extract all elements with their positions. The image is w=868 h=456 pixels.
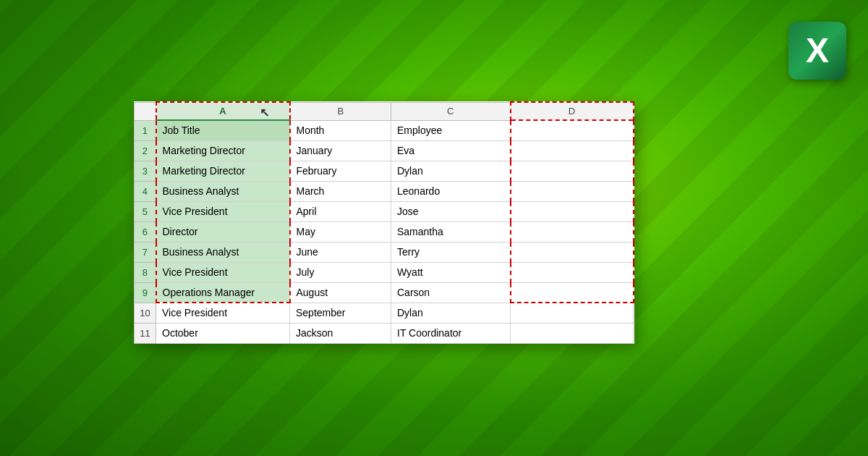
row-number: 4 xyxy=(135,181,156,201)
cell-c-8[interactable]: Wyatt xyxy=(391,262,511,282)
cell-b-11[interactable]: Jackson xyxy=(290,323,391,343)
table-row[interactable]: 2Marketing DirectorJanuaryEva xyxy=(135,140,634,161)
table-row[interactable]: 7Business AnalystJuneTerry xyxy=(135,242,634,262)
table-row[interactable]: 1Job TitleMonthEmployee xyxy=(135,120,634,140)
excel-icon xyxy=(788,22,846,80)
row-number: 7 xyxy=(135,242,156,262)
col-header-a[interactable]: A ↖ xyxy=(156,102,290,120)
cell-a-9[interactable]: Operations Manager xyxy=(156,282,290,303)
cell-d-2[interactable] xyxy=(511,140,634,161)
table-row[interactable]: 5Vice PresidentAprilJose xyxy=(135,201,634,221)
col-header-c[interactable]: C xyxy=(391,102,511,120)
table-row[interactable]: 11OctoberJacksonIT Coordinator xyxy=(135,323,634,343)
col-header-b[interactable]: B xyxy=(290,102,391,120)
cell-d-7[interactable] xyxy=(511,242,634,262)
row-number: 6 xyxy=(135,221,156,242)
cell-a-7[interactable]: Business Analyst xyxy=(156,242,290,262)
cell-a-3[interactable]: Marketing Director xyxy=(156,161,290,181)
cell-b-10[interactable]: September xyxy=(290,303,391,323)
cell-b-9[interactable]: August xyxy=(290,282,391,303)
row-number: 11 xyxy=(135,323,156,343)
cell-a-10[interactable]: Vice President xyxy=(156,303,290,323)
row-number: 5 xyxy=(135,201,156,221)
cell-c-9[interactable]: Carson xyxy=(391,282,511,303)
table-row[interactable]: 3Marketing DirectorFebruaryDylan xyxy=(135,161,634,181)
row-number: 1 xyxy=(135,120,156,140)
cell-c-3[interactable]: Dylan xyxy=(391,161,511,181)
cell-d-4[interactable] xyxy=(511,181,634,201)
table-row[interactable]: 10Vice PresidentSeptemberDylan xyxy=(135,303,634,323)
row-number: 3 xyxy=(135,161,156,181)
col-header-d[interactable]: D xyxy=(511,102,634,120)
cell-c-7[interactable]: Terry xyxy=(391,242,511,262)
cell-d-5[interactable] xyxy=(511,201,634,221)
cell-b-4[interactable]: March xyxy=(290,181,391,201)
cell-a-2[interactable]: Marketing Director xyxy=(156,140,290,161)
row-number: 9 xyxy=(135,282,156,303)
cell-a-5[interactable]: Vice President xyxy=(156,201,290,221)
cell-d-11[interactable] xyxy=(511,323,634,343)
cell-a-11[interactable]: October xyxy=(156,323,290,343)
table-row[interactable]: 6DirectorMaySamantha xyxy=(135,221,634,242)
cell-c-5[interactable]: Jose xyxy=(391,201,511,221)
cell-d-1[interactable] xyxy=(511,120,634,140)
cell-d-8[interactable] xyxy=(511,262,634,282)
cell-a-6[interactable]: Director xyxy=(156,221,290,242)
cell-d-3[interactable] xyxy=(511,161,634,181)
row-number: 10 xyxy=(135,303,156,323)
cell-b-8[interactable]: July xyxy=(290,262,391,282)
excel-logo xyxy=(788,22,846,80)
cell-d-10[interactable] xyxy=(511,303,634,323)
cell-a-4[interactable]: Business Analyst xyxy=(156,181,290,201)
cell-c-2[interactable]: Eva xyxy=(391,140,511,161)
row-number: 8 xyxy=(135,262,156,282)
cell-b-3[interactable]: February xyxy=(290,161,391,181)
corner-cell xyxy=(135,102,156,120)
row-number: 2 xyxy=(135,140,156,161)
cell-b-7[interactable]: June xyxy=(290,242,391,262)
cell-a-1[interactable]: Job Title xyxy=(156,120,290,140)
table-row[interactable]: 4Business AnalystMarchLeonardo xyxy=(135,181,634,201)
cell-c-1[interactable]: Employee xyxy=(391,120,511,140)
cell-c-10[interactable]: Dylan xyxy=(391,303,511,323)
cell-c-6[interactable]: Samantha xyxy=(391,221,511,242)
cell-c-4[interactable]: Leonardo xyxy=(391,181,511,201)
cell-b-2[interactable]: January xyxy=(290,140,391,161)
cell-d-6[interactable] xyxy=(511,221,634,242)
cell-b-1[interactable]: Month xyxy=(290,120,391,140)
cell-d-9[interactable] xyxy=(511,282,634,303)
cell-a-8[interactable]: Vice President xyxy=(156,262,290,282)
spreadsheet: A ↖ B C D 1Job TitleMonthEmployee2Market… xyxy=(134,101,634,344)
cell-b-6[interactable]: May xyxy=(290,221,391,242)
cell-c-11[interactable]: IT Coordinator xyxy=(391,323,511,343)
cell-b-5[interactable]: April xyxy=(290,201,391,221)
table-row[interactable]: 8Vice PresidentJulyWyatt xyxy=(135,262,634,282)
table-row[interactable]: 9Operations ManagerAugustCarson xyxy=(135,282,634,303)
